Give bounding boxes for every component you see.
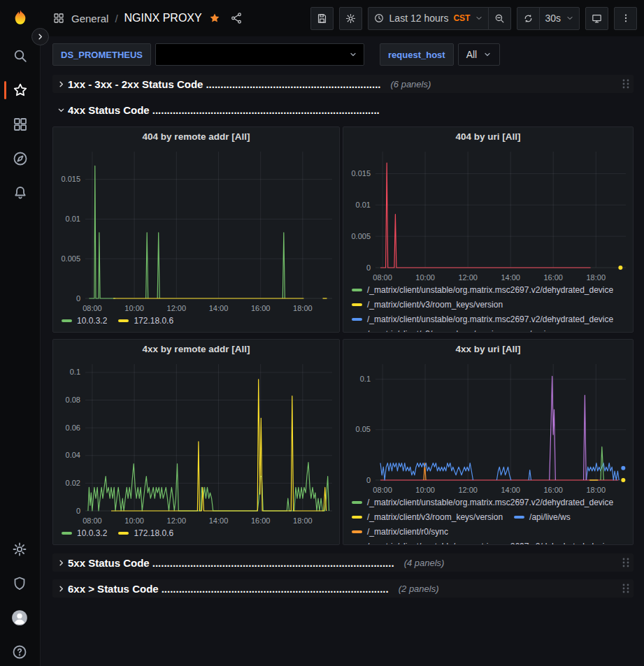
sidebar-item-server-admin[interactable] [10,574,29,593]
refresh-interval-select[interactable]: 30s [539,7,580,30]
apps-grid-icon [52,12,65,24]
avatar [10,609,29,627]
legend-swatch [352,318,362,321]
legend-item[interactable]: /_matrix/client/unstable/org.matrix.msc2… [352,542,613,544]
breadcrumb-separator: / [115,13,117,24]
chart-plot[interactable]: 08:0010:0012:0014:0016:0018:0000.0050.01… [343,146,633,283]
share-icon[interactable] [230,12,243,24]
variable-select-ds-prometheus[interactable] [155,43,364,66]
legend-label: /_matrix/client/unstable/org.matrix.msc2… [367,498,613,507]
svg-text:18:00: 18:00 [587,486,606,494]
svg-text:10:00: 10:00 [415,486,435,494]
row-drag-handle[interactable] [621,583,631,594]
legend-swatch [352,530,362,533]
legend-label: 10.0.3.2 [77,316,107,326]
refresh-button[interactable] [517,7,540,30]
legend-swatch [118,319,129,322]
legend-item[interactable]: 172.18.0.6 [118,316,173,326]
svg-text:0: 0 [366,263,371,272]
svg-text:08:00: 08:00 [373,486,392,494]
svg-text:0.1: 0.1 [360,375,371,383]
chevron-down-icon [54,106,68,114]
sidebar-item-help[interactable] [10,642,29,662]
svg-text:14:00: 14:00 [209,516,229,525]
chart-plot[interactable]: 08:0010:0012:0014:0016:0018:0000.0050.01… [53,146,339,314]
svg-text:14:00: 14:00 [501,273,520,282]
sidebar-item-configuration[interactable] [10,540,29,559]
svg-text:12:00: 12:00 [458,273,478,282]
chart-plot[interactable]: 08:0010:0012:0014:0016:0018:0000.020.040… [53,359,339,526]
legend-item[interactable]: /_matrix/client/v3/room_keys/version [352,300,503,310]
chevron-right-icon [54,80,68,88]
svg-text:0.01: 0.01 [356,201,371,209]
sidebar-item-dashboards[interactable] [10,115,30,134]
row-drag-handle[interactable] [621,557,631,568]
variable-value-request-host: All [466,49,478,60]
row-title: 6xx > Status Code [68,583,159,595]
legend-item[interactable]: 10.0.3.2 [62,528,107,538]
svg-text:08:00: 08:00 [83,516,102,525]
chart-plot[interactable]: 08:0010:0012:0014:0016:0018:0000.050.1 [343,359,633,495]
svg-text:0: 0 [76,507,80,515]
sidebar-collapse-button[interactable] [31,28,49,45]
panel-title[interactable]: 404 by remote addr [All] [53,127,339,146]
legend-item[interactable]: /_matrix/client/unstable/org.matrix.msc2… [352,285,613,295]
legend-item[interactable]: /_matrix/client/unstable/org.matrix.msc2… [352,314,613,324]
legend-item[interactable]: 10.0.3.2 [62,316,107,326]
breadcrumb: General / NGINX PROXY [52,12,243,24]
zoom-out-button[interactable] [488,7,511,30]
legend-item[interactable]: /_matrix/client/v3/room_keys/version [352,329,503,332]
svg-text:16:00: 16:00 [543,486,563,494]
panel-404-by-uri-all: 404 by uri [All]08:0010:0012:0014:0016:0… [343,126,634,333]
row-header-6xx[interactable]: 6xx > Status Code ......................… [52,579,634,598]
grafana-logo[interactable] [0,8,40,28]
time-range-picker[interactable]: Last 12 hours CST [368,7,489,30]
refresh-interval-label: 30s [545,13,561,24]
svg-text:10:00: 10:00 [124,516,144,525]
legend-item[interactable]: 172.18.0.6 [118,528,173,538]
legend-item[interactable]: /_matrix/client/r0/sync [352,527,448,537]
row-title: 4xx Status Code [68,104,150,116]
row-drag-handle[interactable] [621,78,631,89]
svg-text:0.01: 0.01 [66,215,80,223]
favorite-star-icon[interactable] [208,12,221,24]
chart-legend: 10.0.3.2172.18.0.6 [53,526,339,541]
dashboard-title[interactable]: NGINX PROXY [124,12,202,24]
sidebar-item-search[interactable] [10,46,30,66]
row-header-1xx-3xx-2xx[interactable]: 1xx - 3xx - 2xx Status Code ............… [52,75,634,93]
panel-title[interactable]: 404 by uri [All] [343,127,633,146]
panel-grid: 404 by remote addr [All]08:0010:0012:001… [52,126,634,545]
svg-text:0.005: 0.005 [61,254,80,263]
row-dots: ........................................… [152,104,380,116]
legend-item[interactable]: /sw.js [514,329,550,332]
kebab-menu-button[interactable] [614,7,637,30]
svg-text:10:00: 10:00 [124,304,144,312]
row-panel-count: (4 panels) [404,558,445,568]
row-title: 1xx - 3xx - 2xx Status Code [68,78,203,90]
row-header-4xx[interactable]: 4xx Status Code ........................… [52,101,634,119]
tv-mode-button[interactable] [585,7,608,30]
panel-title[interactable]: 4xx by uri [All] [343,340,633,359]
row-header-5xx[interactable]: 5xx Status Code ........................… [52,553,634,572]
sidebar-item-explore[interactable] [10,149,30,168]
svg-text:14:00: 14:00 [501,486,520,494]
legend-item[interactable]: /_matrix/client/unstable/org.matrix.msc2… [352,498,613,507]
legend-item[interactable]: /_matrix/client/v3/room_keys/version [352,512,503,522]
panel-4xx-by-remote-addr-all: 4xx by remote addr [All]08:0010:0012:001… [52,339,340,545]
chevron-right-icon [36,33,44,41]
dashboard-settings-button[interactable] [339,7,362,30]
legend-label: /_matrix/client/v3/room_keys/version [367,329,503,332]
legend-item[interactable]: /api/live/ws [514,512,571,522]
legend-label: /api/live/ws [529,512,571,522]
sidebar-item-profile[interactable] [10,608,29,628]
legend-swatch [352,289,362,291]
svg-text:12:00: 12:00 [167,304,187,312]
panel-title[interactable]: 4xx by remote addr [All] [53,340,339,359]
variable-select-request-host[interactable]: All [458,43,501,66]
save-dashboard-button[interactable] [310,7,334,30]
sidebar-item-starred[interactable] [10,80,30,100]
breadcrumb-section[interactable]: General [71,13,108,24]
row-dots: ........................................… [206,78,380,90]
sidebar-item-alerting[interactable] [10,183,30,203]
svg-text:0.04: 0.04 [66,451,80,459]
